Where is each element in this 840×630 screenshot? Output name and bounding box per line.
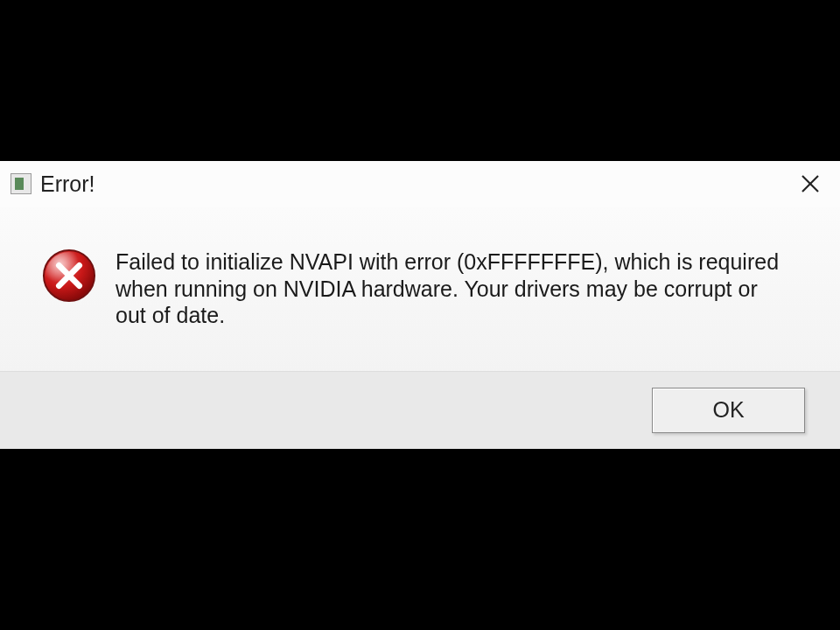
error-message: Failed to initialize NVAPI with error (0… — [116, 248, 780, 329]
dialog-titlebar: Error! — [0, 161, 840, 206]
close-button[interactable] — [793, 166, 828, 201]
dialog-content: Failed to initialize NVAPI with error (0… — [0, 206, 840, 371]
error-icon — [42, 248, 96, 303]
dialog-button-bar: OK — [0, 371, 840, 449]
dialog-title: Error! — [40, 172, 95, 197]
error-dialog: Error! — [0, 161, 840, 449]
titlebar-left-group: Error! — [10, 172, 95, 197]
ok-button[interactable]: OK — [652, 388, 805, 433]
application-icon — [10, 173, 32, 194]
close-icon — [800, 173, 821, 194]
